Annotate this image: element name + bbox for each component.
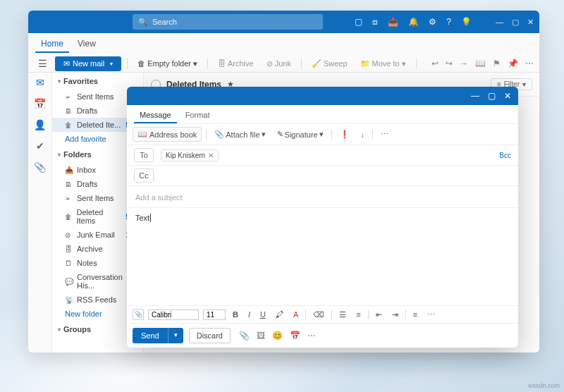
mail-icon: ✉ bbox=[63, 59, 70, 68]
chat-icon: 💬 bbox=[65, 278, 73, 286]
rail-calendar-icon[interactable]: 📅 bbox=[34, 98, 46, 109]
remove-recipient-icon[interactable]: ✕ bbox=[208, 152, 214, 159]
outdent-button[interactable]: ⇤ bbox=[373, 310, 385, 320]
archive-icon: 🗄 bbox=[65, 245, 73, 253]
reply-all-icon[interactable]: ↪ bbox=[446, 59, 453, 68]
rail-files-icon[interactable]: 📎 bbox=[34, 161, 46, 173]
recipient-chip[interactable]: Kip Kniskern ✕ bbox=[161, 149, 219, 161]
close-button[interactable]: ✕ bbox=[527, 18, 534, 27]
bullets-button[interactable]: ☰ bbox=[336, 310, 349, 320]
flag-icon[interactable]: ⚑ bbox=[493, 59, 501, 68]
junk-button[interactable]: ⊘Junk bbox=[262, 57, 295, 71]
new-mail-button[interactable]: ✉ New mail bbox=[55, 56, 121, 71]
importance-low-button[interactable]: ↓ bbox=[357, 128, 369, 141]
rss-icon: 📡 bbox=[65, 296, 73, 304]
bcc-link[interactable]: Bcc bbox=[499, 152, 511, 159]
font-size-select[interactable] bbox=[203, 310, 226, 320]
signature-button[interactable]: ✎Signature ▾ bbox=[274, 128, 327, 141]
drafts-icon: 🗎 bbox=[65, 180, 73, 188]
search-placeholder: Search bbox=[152, 18, 177, 26]
junk-icon: ⊘ bbox=[65, 231, 73, 239]
inbox-icon[interactable]: 📥 bbox=[388, 17, 398, 27]
subject-input[interactable] bbox=[135, 193, 510, 202]
maximize-button[interactable]: ▢ bbox=[512, 18, 519, 27]
ribbon: Home View ☰ ✉ New mail 🗑Empty folder ▾ 🗄… bbox=[28, 33, 539, 73]
format-more-button[interactable]: ⋯ bbox=[424, 310, 438, 320]
cc-button[interactable]: Cc bbox=[134, 169, 154, 183]
rail-people-icon[interactable]: 👤 bbox=[34, 119, 46, 130]
importance-high-button[interactable]: ❗ bbox=[336, 128, 353, 141]
archive-icon: 🗄 bbox=[218, 59, 226, 68]
attach-file-button[interactable]: 📎Attach file ▾ bbox=[211, 128, 269, 141]
format-toolbar: 📎 B I U 🖍 A ⌫ ☰ ≡ ⇤ ⇥ ≡ ⋯ bbox=[127, 305, 518, 323]
compose-tab-format[interactable]: Format bbox=[180, 108, 216, 123]
inbox-icon: 📥 bbox=[65, 166, 73, 174]
tab-view[interactable]: View bbox=[72, 36, 102, 53]
more-icon[interactable]: ⋯ bbox=[525, 59, 534, 68]
pin-icon[interactable]: 📌 bbox=[508, 59, 518, 68]
address-book-button[interactable]: 📖Address book bbox=[133, 127, 202, 142]
search-icon: 🔍 bbox=[138, 18, 148, 27]
sweep-button[interactable]: 🧹Sweep bbox=[307, 57, 352, 71]
tab-home[interactable]: Home bbox=[35, 36, 69, 53]
calendar-peek-icon[interactable]: ⧈ bbox=[372, 17, 378, 27]
archive-button[interactable]: 🗄Archive bbox=[214, 57, 258, 70]
attach-icon[interactable]: 📎 bbox=[239, 331, 250, 341]
folder-icon: 📁 bbox=[360, 59, 370, 68]
settings-icon[interactable]: ⚙ bbox=[429, 17, 436, 27]
attachment-icon[interactable]: 📎 bbox=[133, 309, 144, 320]
underline-button[interactable]: U bbox=[257, 310, 269, 319]
sent-icon: ➢ bbox=[65, 195, 73, 202]
bold-button[interactable]: B bbox=[230, 310, 241, 319]
search-input[interactable]: 🔍 Search bbox=[133, 14, 323, 30]
font-color-button[interactable]: A bbox=[290, 310, 301, 319]
emoji-icon[interactable]: 😊 bbox=[272, 331, 283, 341]
rail-todo-icon[interactable]: ✔ bbox=[36, 140, 44, 152]
bell-icon[interactable]: 🔔 bbox=[408, 17, 419, 27]
compose-window: — ▢ ✕ Message Format 📖Address book 📎Atta… bbox=[127, 87, 518, 348]
trash-icon: 🗑 bbox=[137, 59, 145, 68]
pen-icon: ✎ bbox=[277, 130, 283, 139]
move-to-button[interactable]: 📁Move to ▾ bbox=[356, 57, 410, 71]
trash-icon: 🗑 bbox=[65, 213, 73, 221]
cc-row[interactable]: Cc bbox=[127, 166, 518, 186]
send-button[interactable]: Send ▾ bbox=[133, 328, 183, 343]
minimize-button[interactable]: — bbox=[496, 18, 503, 27]
compose-maximize-button[interactable]: ▢ bbox=[488, 91, 496, 101]
font-select[interactable] bbox=[148, 310, 199, 320]
send-dropdown[interactable]: ▾ bbox=[168, 328, 183, 343]
sent-icon: ➢ bbox=[65, 93, 73, 101]
discard-button[interactable]: Discard bbox=[189, 328, 231, 343]
reply-icon[interactable]: ↩ bbox=[431, 59, 439, 68]
more-send-icon[interactable]: ⋯ bbox=[307, 331, 316, 341]
to-button[interactable]: To bbox=[134, 148, 154, 162]
numbering-button[interactable]: ≡ bbox=[353, 310, 363, 319]
indent-button[interactable]: ⇥ bbox=[389, 310, 401, 320]
compose-close-button[interactable]: ✕ bbox=[504, 91, 511, 101]
align-button[interactable]: ≡ bbox=[410, 310, 420, 319]
app-rail: ✉ 📅 👤 ✔ 📎 bbox=[28, 73, 52, 353]
italic-button[interactable]: I bbox=[245, 310, 253, 319]
chevron-down-icon: ▾ bbox=[522, 80, 526, 88]
help-icon[interactable]: ? bbox=[446, 17, 451, 27]
compose-minimize-button[interactable]: — bbox=[471, 91, 479, 101]
forward-icon[interactable]: → bbox=[460, 59, 468, 68]
picture-icon[interactable]: 🖼 bbox=[257, 331, 265, 341]
body-text: Text bbox=[135, 214, 151, 222]
schedule-icon[interactable]: 📅 bbox=[290, 331, 300, 341]
more-options-button[interactable]: ⋯ bbox=[377, 128, 392, 141]
empty-folder-button[interactable]: 🗑Empty folder ▾ bbox=[133, 57, 202, 71]
to-row: To Kip Kniskern ✕ Bcc bbox=[127, 145, 518, 166]
send-bar: Send ▾ Discard 📎 🖼 😊 📅 ⋯ bbox=[127, 323, 518, 348]
rail-mail-icon[interactable]: ✉ bbox=[36, 77, 44, 88]
trash-icon: 🗑 bbox=[65, 121, 73, 129]
feedback-icon[interactable]: 💡 bbox=[461, 17, 472, 27]
compose-tab-message[interactable]: Message bbox=[134, 108, 177, 123]
hamburger-icon[interactable]: ☰ bbox=[34, 55, 51, 72]
highlight-button[interactable]: 🖍 bbox=[273, 310, 286, 319]
meet-now-icon[interactable]: ▢ bbox=[355, 17, 362, 27]
message-body[interactable]: Text bbox=[127, 208, 518, 305]
clear-format-button[interactable]: ⌫ bbox=[310, 310, 327, 320]
drafts-icon: 🗎 bbox=[65, 107, 73, 115]
read-icon[interactable]: 📖 bbox=[475, 59, 486, 68]
